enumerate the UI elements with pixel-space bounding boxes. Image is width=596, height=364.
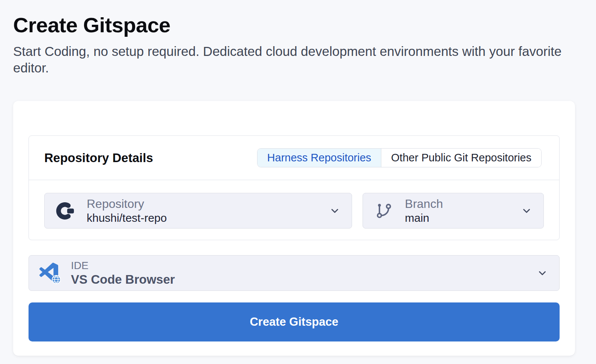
tab-other-public-git-repositories[interactable]: Other Public Git Repositories (381, 149, 541, 167)
branch-select[interactable]: Branch main (363, 193, 544, 229)
ide-value: VS Code Browser (71, 272, 175, 287)
create-gitspace-button[interactable]: Create Gitspace (29, 302, 560, 341)
chevron-down-icon (329, 205, 340, 217)
branch-label: Branch (405, 197, 443, 211)
repository-details-header: Repository Details Harness Repositories … (29, 136, 559, 180)
chevron-down-icon (537, 268, 548, 279)
harness-repo-icon (55, 201, 76, 221)
repository-label: Repository (87, 197, 167, 211)
git-branch-icon (373, 202, 394, 220)
branch-value: main (405, 211, 443, 225)
repository-select[interactable]: Repository khushi/test-repo (44, 193, 352, 229)
tab-harness-repositories[interactable]: Harness Repositories (257, 149, 381, 167)
repository-fields-row: Repository khushi/test-repo (29, 180, 559, 240)
vscode-browser-icon (39, 263, 60, 284)
repository-details-heading: Repository Details (44, 151, 153, 165)
page-title: Create Gitspace (13, 13, 583, 37)
repository-value: khushi/test-repo (87, 211, 167, 225)
ide-label: IDE (71, 259, 175, 272)
chevron-down-icon (521, 205, 532, 217)
create-gitspace-card: Repository Details Harness Repositories … (13, 101, 575, 356)
ide-select[interactable]: IDE VS Code Browser (29, 255, 560, 291)
page-subtitle: Start Coding, no setup required. Dedicat… (13, 43, 565, 76)
repository-details-section: Repository Details Harness Repositories … (29, 135, 560, 240)
repository-source-toggle: Harness Repositories Other Public Git Re… (257, 148, 542, 167)
